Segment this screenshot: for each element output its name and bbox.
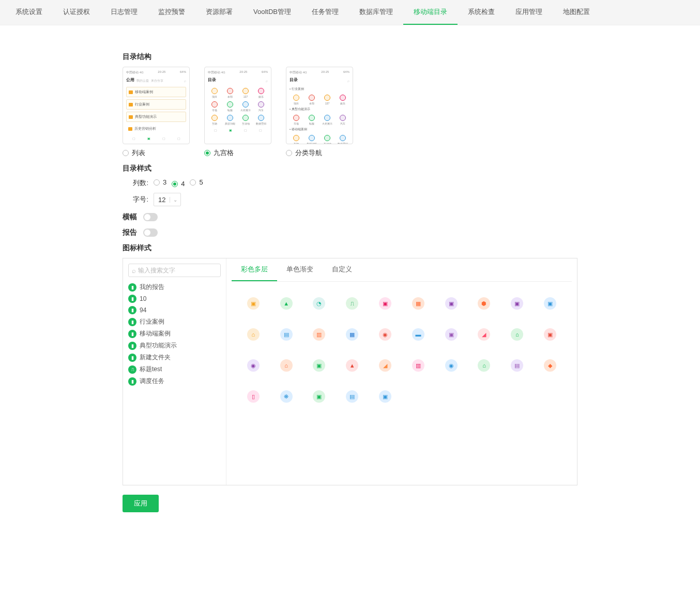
layout-radio-catnav[interactable]: 分类导航 [286, 148, 353, 158]
icon-option[interactable]: ▦ [412, 297, 424, 310]
topnav-tab[interactable]: 系统设置 [5, 0, 53, 25]
topnav-tab[interactable]: VooltDB管理 [243, 0, 301, 25]
banner-label: 横幅 [123, 212, 137, 222]
icon-option[interactable]: ▲ [280, 297, 293, 310]
section-structure-title: 目录结构 [123, 52, 577, 62]
icon-option[interactable]: ◉ [445, 359, 458, 372]
icon-option[interactable]: ▥ [313, 328, 325, 341]
tree-item[interactable]: ▮行业案例 [128, 316, 221, 328]
icon-tab[interactable]: 彩色多层 [232, 258, 277, 281]
icon-option[interactable]: ▥ [412, 359, 424, 372]
topnav-tab[interactable]: 移动端目录 [403, 0, 458, 25]
icon-option[interactable]: ⌂ [511, 328, 523, 341]
icon-option[interactable]: ❋ [280, 390, 293, 403]
banner-switch[interactable] [143, 213, 158, 221]
columns-label: 列数: [123, 178, 148, 188]
icon-option[interactable]: ⌂ [247, 328, 260, 341]
icon-option[interactable]: ▣ [379, 297, 391, 310]
topnav-tab[interactable]: 日志管理 [100, 0, 148, 25]
layout-option-grid[interactable]: 中国移动 4G20:2564% 目录⌕ 项目本部137娱乐市场鞋服火炬展示汽车互… [204, 67, 271, 158]
icon-tabs: 彩色多层单色渐变自定义 [232, 258, 572, 282]
tree-item[interactable]: ▮10 [128, 293, 221, 304]
icon-option[interactable]: ▣ [544, 297, 556, 310]
section-iconstyle-title: 图标样式 [123, 243, 577, 253]
columns-radio-3[interactable]: 3 [154, 178, 166, 186]
layout-option-catnav[interactable]: 中国移动 4G20:2564% 目录⌕ • 行业案例项目本部137娱乐• 典型功… [286, 67, 353, 158]
icon-option[interactable]: ▣ [544, 328, 556, 341]
icon-option[interactable]: ◉ [247, 359, 260, 372]
main-container: 目录结构 中国移动 4G20:2564% 公用 我的云盘 来自分享 ⌕ 移动端案… [123, 36, 577, 523]
folder-icon: ▮ [128, 377, 136, 386]
icon-option[interactable]: ▣ [445, 328, 458, 341]
chevron-down-icon: ⌄ [170, 197, 180, 203]
topnav-tab[interactable]: 应用管理 [505, 0, 553, 25]
icon-option[interactable]: ▯ [247, 390, 260, 403]
icon-option[interactable]: ⬢ [478, 297, 490, 310]
radio-icon [286, 150, 292, 156]
icon-tab[interactable]: 自定义 [323, 258, 361, 281]
icon-tab[interactable]: 单色渐变 [277, 258, 323, 281]
top-nav: 系统设置认证授权日志管理监控预警资源部署VooltDB管理任务管理数据库管理移动… [0, 0, 700, 25]
topnav-tab[interactable]: 系统检查 [458, 0, 505, 25]
icon-option[interactable]: ▲ [346, 359, 358, 372]
tree-item[interactable]: ▮新建文件夹 [128, 352, 221, 363]
icon-option[interactable]: ▬ [412, 328, 424, 341]
icon-option[interactable]: ▤ [280, 328, 293, 341]
layout-radio-list[interactable]: 列表 [123, 148, 190, 158]
topnav-tab[interactable]: 资源部署 [195, 0, 243, 25]
icon-option[interactable]: ▣ [379, 390, 391, 403]
tree-item[interactable]: ▮移动端案例 [128, 328, 221, 340]
icon-option[interactable]: ◔ [313, 297, 325, 310]
topnav-tab[interactable]: 任务管理 [301, 0, 349, 25]
icon-option[interactable]: ◢ [379, 359, 391, 372]
icon-option[interactable]: ▣ [511, 297, 523, 310]
icon-option[interactable]: ▣ [445, 297, 458, 310]
icon-option[interactable]: ◉ [379, 328, 391, 341]
tree-item[interactable]: ▮我的报告 [128, 281, 221, 293]
tree-item[interactable]: ▮调度任务 [128, 375, 221, 387]
tree-pane: ⌕ 输入搜索文字 ▮我的报告▮10▮94▮行业案例▮移动端案例▮典型功能演示▮新… [123, 258, 226, 485]
topnav-tab[interactable]: 监控预警 [148, 0, 195, 25]
folder-icon: ▮ [128, 318, 136, 326]
icon-option[interactable]: ▣ [313, 390, 325, 403]
columns-radio-5[interactable]: 5 [190, 178, 203, 186]
icon-option[interactable]: ▤ [346, 390, 358, 403]
icon-option[interactable]: ◆ [544, 359, 556, 372]
folder-icon: ▮ [128, 354, 136, 362]
apply-button[interactable]: 应用 [123, 495, 159, 512]
search-input[interactable]: ⌕ 输入搜索文字 [128, 264, 221, 277]
folder-icon: ▮ [128, 283, 136, 292]
layout-preview-list: 中国移动 4G20:2564% 公用 我的云盘 来自分享 ⌕ 移动端案例行业案例… [123, 67, 190, 144]
topnav-tab[interactable]: 数据库管理 [349, 0, 403, 25]
font-label: 字号: [123, 195, 148, 204]
section-style-title: 目录样式 [123, 164, 577, 173]
report-switch[interactable] [143, 228, 158, 237]
icon-option[interactable]: ⎍ [346, 297, 358, 310]
icon-style-box: ⌕ 输入搜索文字 ▮我的报告▮10▮94▮行业案例▮移动端案例▮典型功能演示▮新… [123, 258, 577, 485]
icon-main: 彩色多层单色渐变自定义 ▣▲◔⎍▣▦▣⬢▣▣⌂▤▥▦◉▬▣◢⌂▣◉⌂▣▲◢▥◉⌂… [226, 258, 577, 485]
folder-icon: ▮ [128, 330, 136, 338]
topnav-tab[interactable]: 地图配置 [553, 0, 600, 25]
folder-icon: ▮ [128, 295, 136, 303]
icon-option[interactable]: ◢ [478, 328, 490, 341]
radio-icon [204, 150, 210, 156]
tree-item[interactable]: ▮典型功能演示 [128, 340, 221, 352]
icon-option[interactable]: ▦ [346, 328, 358, 341]
icon-option[interactable]: ▣ [313, 359, 325, 372]
icon-option[interactable]: ⌂ [280, 359, 293, 372]
icon-option[interactable]: ⌂ [478, 359, 490, 372]
tree-item[interactable]: ▮94 [128, 304, 221, 316]
layout-preview-catnav: 中国移动 4G20:2564% 目录⌕ • 行业案例项目本部137娱乐• 典型功… [286, 67, 353, 144]
layout-options: 中国移动 4G20:2564% 公用 我的云盘 来自分享 ⌕ 移动端案例行业案例… [123, 67, 577, 158]
icon-grid: ▣▲◔⎍▣▦▣⬢▣▣⌂▤▥▦◉▬▣◢⌂▣◉⌂▣▲◢▥◉⌂▤◆▯❋▣▤▣ [232, 282, 572, 418]
layout-option-list[interactable]: 中国移动 4G20:2564% 公用 我的云盘 来自分享 ⌕ 移动端案例行业案例… [123, 67, 190, 158]
icon-option[interactable]: ▤ [511, 359, 523, 372]
layout-radio-grid[interactable]: 九宫格 [204, 148, 271, 158]
report-label: 报告 [123, 228, 137, 237]
columns-radio-4[interactable]: 4 [172, 180, 185, 188]
topnav-tab[interactable]: 认证授权 [53, 0, 100, 25]
tree-item[interactable]: ⎍标题test [128, 363, 221, 375]
radio-icon [123, 150, 129, 156]
font-size-select[interactable]: 12 ⌄ [154, 193, 181, 206]
icon-option[interactable]: ▣ [247, 297, 260, 310]
